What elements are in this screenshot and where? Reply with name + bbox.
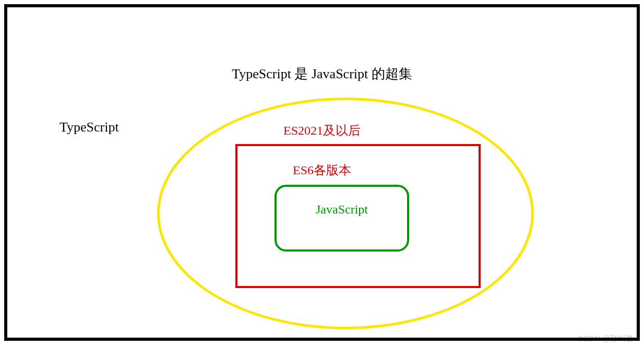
watermark-text: CSDN @孙叫兽	[578, 334, 634, 344]
es2021-label: ES2021及以后	[7, 122, 637, 139]
javascript-rectangle	[275, 185, 409, 252]
outer-frame: TypeScript 是 JavaScript 的超集 TypeScript E…	[4, 4, 640, 341]
es6-label: ES6各版本	[7, 162, 637, 178]
javascript-label: JavaScript	[275, 202, 409, 217]
diagram-title: TypeScript 是 JavaScript 的超集	[7, 65, 637, 83]
